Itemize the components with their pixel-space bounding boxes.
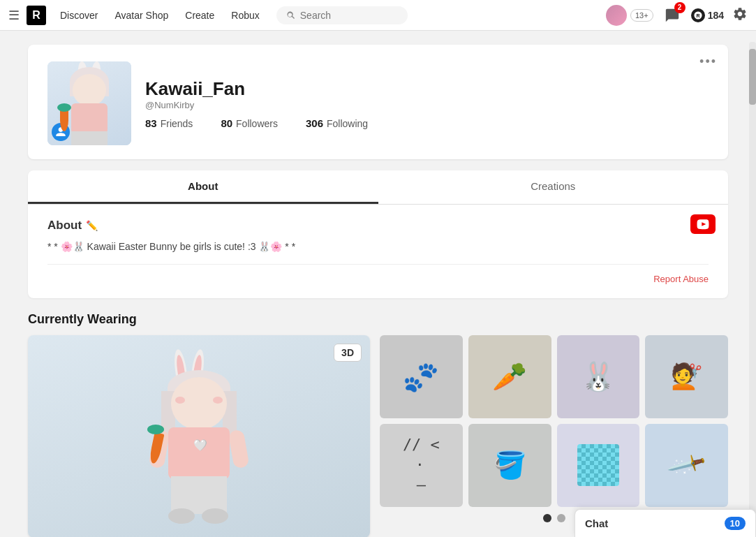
roblox-logo: R — [27, 6, 46, 25]
nav-robux[interactable]: Robux — [224, 6, 266, 25]
robux-btn[interactable]: R 184 — [691, 8, 724, 22]
about-section: About ✏️ * * 🌸🐰 Kawaii Easter Bunny be g… — [28, 205, 728, 298]
items-grid-wrap: 🐾 🥕 🐰 💇 — [380, 335, 728, 537]
nav-avatar-shop[interactable]: Avatar Shop — [108, 6, 175, 25]
profile-username: Kawaii_Fan — [145, 78, 709, 100]
main-content: ••• — [0, 31, 756, 537]
age-badge: 13+ — [630, 9, 653, 22]
profile-stats: 83 Friends 80 Followers 306 Following — [145, 117, 709, 129]
settings-btn[interactable] — [732, 6, 748, 24]
item-card[interactable]: 🥕 — [468, 335, 551, 418]
search-icon — [286, 10, 296, 20]
friends-count: 83 — [145, 117, 157, 129]
friends-stat[interactable]: 83 Friends — [145, 117, 193, 129]
nav-create[interactable]: Create — [178, 6, 221, 25]
topnav-right: 13+ 2 R 184 — [606, 5, 748, 26]
user-avatar — [606, 5, 627, 26]
svg-text:R: R — [696, 13, 699, 17]
followers-count: 80 — [221, 117, 232, 129]
tab-about[interactable]: About — [28, 170, 378, 204]
robux-icon: R — [691, 8, 705, 22]
search-input[interactable] — [300, 10, 398, 21]
item-card[interactable]: 💇 — [645, 335, 728, 418]
followers-stat[interactable]: 80 Followers — [221, 117, 278, 129]
chat-bar[interactable]: Chat 10 — [575, 509, 756, 537]
about-header: About ✏️ — [47, 219, 709, 233]
nav-links: Discover Avatar Shop Create Robux — [53, 6, 267, 25]
nav-discover[interactable]: Discover — [53, 6, 105, 25]
item-card[interactable]: 🐰 — [557, 335, 640, 418]
following-stat[interactable]: 306 Following — [306, 117, 368, 129]
search-bar[interactable] — [276, 6, 408, 24]
scrollbar-thumb[interactable] — [749, 49, 756, 105]
more-options-btn[interactable]: ••• — [699, 54, 717, 69]
scrollbar-track — [749, 42, 756, 531]
item-card[interactable]: 🪣 — [468, 424, 551, 507]
following-label: Following — [327, 118, 368, 129]
profile-top: Kawaii_Fan @NumKirby 83 Friends 80 Follo… — [47, 61, 709, 145]
messages-badge: 2 — [674, 2, 685, 13]
youtube-icon — [697, 218, 709, 230]
3d-toggle-btn[interactable]: 3D — [334, 344, 362, 362]
report-link[interactable]: Report Abuse — [47, 273, 709, 284]
pagination-dot-1[interactable] — [543, 514, 551, 522]
user-avatar-btn[interactable]: 13+ — [606, 5, 653, 26]
profile-card: ••• — [28, 45, 728, 159]
tab-creations[interactable]: Creations — [378, 170, 729, 204]
wearing-layout: 3D — [28, 335, 728, 537]
robux-amount: 184 — [708, 10, 724, 21]
profile-info: Kawaii_Fan @NumKirby 83 Friends 80 Follo… — [145, 78, 709, 129]
chat-count: 10 — [725, 517, 746, 530]
item-card[interactable]: 🗡️ — [645, 424, 728, 507]
report-abuse-link[interactable]: Report Abuse — [653, 274, 709, 284]
about-title: About — [47, 219, 82, 233]
wearing-3d-view: 3D — [28, 335, 370, 537]
edit-icon[interactable]: ✏️ — [86, 220, 98, 231]
about-bio: * * 🌸🐰 Kawaii Easter Bunny be girls is c… — [47, 240, 709, 254]
followers-label: Followers — [236, 118, 278, 129]
about-divider — [47, 264, 709, 265]
topnav: ☰ R Discover Avatar Shop Create Robux 13… — [0, 0, 756, 31]
tabs-bar: About Creations — [28, 170, 728, 205]
profile-handle: @NumKirby — [145, 100, 709, 110]
items-grid: 🐾 🥕 🐰 💇 — [380, 335, 728, 507]
item-card[interactable]: // < · — — [380, 424, 463, 507]
messages-btn[interactable]: 2 — [662, 5, 683, 26]
wearing-section: Currently Wearing 3D — [28, 312, 728, 537]
following-count: 306 — [306, 117, 323, 129]
item-card[interactable]: 🐾 — [380, 335, 463, 418]
profile-avatar — [47, 61, 131, 145]
wearing-title: Currently Wearing — [28, 312, 728, 327]
youtube-btn[interactable] — [690, 214, 716, 234]
pagination-dot-2[interactable] — [557, 514, 565, 522]
hamburger-menu[interactable]: ☰ — [8, 8, 20, 23]
chat-label: Chat — [585, 517, 725, 529]
friends-label: Friends — [161, 118, 193, 129]
item-card[interactable] — [557, 424, 640, 507]
